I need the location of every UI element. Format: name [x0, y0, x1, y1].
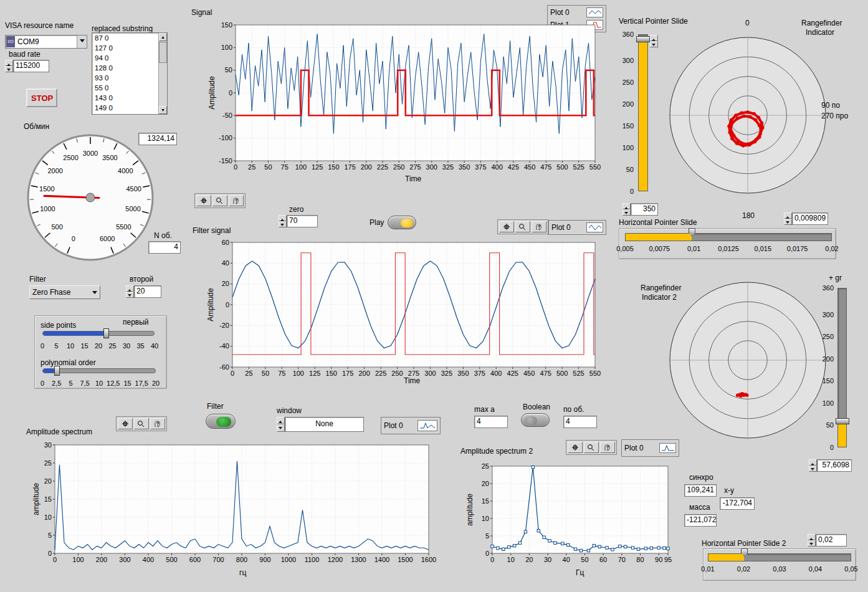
axis-tick-label: 0 — [229, 89, 232, 97]
play-toggle[interactable] — [388, 216, 416, 229]
gr-slider[interactable] — [837, 288, 847, 447]
pan-tool-button[interactable] — [532, 221, 546, 232]
visa-dropdown-button[interactable] — [77, 36, 87, 48]
legend-plot0-label[interactable]: Plot 0 — [384, 421, 403, 430]
list-item[interactable]: 55 0 — [92, 83, 167, 93]
vps-display[interactable]: 350 — [631, 203, 658, 216]
pan-tool-button[interactable] — [229, 195, 244, 206]
stop-button[interactable]: STOP — [26, 88, 57, 107]
zoom-tool-button[interactable] — [134, 418, 149, 429]
axis-tick-label: 300 — [426, 163, 437, 171]
vps-spinner[interactable] — [650, 35, 658, 47]
cursor-tool-button[interactable] — [499, 221, 514, 232]
horizontal-pointer-slide[interactable] — [625, 233, 832, 241]
zero-value[interactable]: 70 — [287, 215, 318, 227]
rpm-gauge[interactable]: 0500100015002000250030003500400045005000… — [25, 132, 156, 263]
cursor-tool-button[interactable] — [196, 195, 211, 206]
legend-plot0-label[interactable]: Plot 0 — [550, 8, 570, 17]
cursor-tool-button[interactable] — [568, 442, 583, 453]
rpm-digital-display[interactable]: 1324,14 — [138, 133, 177, 145]
gr-display[interactable]: 57,6098 — [817, 459, 852, 472]
vtoroy-label: второй — [130, 275, 153, 284]
gr-display-spinner[interactable] — [809, 459, 817, 472]
filter-plot-legend[interactable]: Plot 0 — [548, 220, 606, 235]
list-item[interactable]: 128 0 — [92, 63, 167, 73]
listbox-scrollbar[interactable]: ▲ ▼ — [158, 33, 167, 114]
vtoroy-value[interactable]: 20 — [134, 285, 161, 298]
vertical-pointer-slide[interactable] — [638, 34, 648, 191]
scroll-down-icon[interactable]: ▼ — [159, 106, 167, 114]
axis-tick-label: 50 — [581, 556, 588, 563]
filter-select-value: Zero Fhase — [32, 288, 70, 297]
zoom-tool-button[interactable] — [584, 442, 599, 453]
list-item[interactable]: 143 0 — [92, 93, 167, 103]
n-ob-display[interactable]: 4 — [148, 241, 181, 254]
slider-thumb[interactable] — [636, 36, 650, 42]
legend-plot0-label[interactable]: Plot 0 — [624, 444, 644, 452]
replaced-substring-listbox[interactable]: 87 0127 094 0128 093 055 0143 0149 0 ▲ ▼ — [92, 32, 168, 115]
gauge-tick-label: 5000 — [125, 205, 140, 212]
slider-tick-label: 360 — [622, 31, 634, 38]
baud-spinner[interactable] — [5, 60, 13, 72]
list-item[interactable]: 149 0 — [92, 103, 167, 113]
scrollbar-thumb[interactable] — [159, 42, 167, 63]
filter-select-dropdown[interactable]: Zero Fhase — [29, 285, 100, 299]
list-item[interactable]: 94 0 — [92, 53, 167, 63]
zoom-tool-button[interactable] — [212, 195, 227, 206]
hps-display[interactable]: 0,009809 — [792, 212, 828, 225]
scroll-up-icon[interactable]: ▲ — [159, 33, 167, 41]
vps-display-spinner[interactable] — [622, 203, 631, 216]
hps2-display-spinner[interactable] — [808, 534, 816, 547]
list-item[interactable]: 127 0 — [92, 43, 167, 53]
pan-tool-button[interactable] — [600, 442, 615, 453]
axis-tick-label: -60 — [219, 363, 229, 371]
spectrum-y-axis-label: amplitude — [32, 479, 41, 519]
boolean-toggle[interactable] — [521, 413, 550, 427]
slider-thumb[interactable] — [54, 366, 60, 376]
zoom-tool-button[interactable] — [515, 221, 530, 232]
signal-chart[interactable]: 0255075100125150175200225250275300325350… — [193, 16, 608, 189]
hps2-display[interactable]: 0,02 — [816, 534, 847, 547]
massa-display[interactable]: -121,072 — [684, 514, 717, 527]
slider-tick-label: 50 — [826, 421, 834, 429]
window-spinner[interactable] — [277, 417, 285, 432]
slider-thumb[interactable] — [103, 328, 109, 338]
axis-tick-label: 100 — [293, 370, 304, 377]
vtoroy-spinner[interactable] — [126, 285, 134, 298]
legend-plot0-label[interactable]: Plot 0 — [551, 223, 571, 232]
polynomial-order-slider[interactable] — [42, 368, 156, 373]
filter-toggle[interactable] — [206, 414, 236, 429]
slider-tick-label: 200 — [823, 355, 834, 363]
visa-resource-combo[interactable]: I/O COM9 — [5, 35, 87, 49]
list-item[interactable]: 93 0 — [92, 73, 167, 83]
gr-scale: 360300250200150100500 — [811, 288, 835, 447]
filter-toggle-label: Filter — [207, 402, 224, 411]
list-item[interactable]: 87 0 — [92, 33, 167, 43]
filter-signal-title: Filter signal — [193, 226, 231, 235]
max-a-value[interactable]: 4 — [474, 416, 508, 428]
horizontal-pointer-slide-2[interactable] — [708, 553, 851, 561]
side-points-slider[interactable] — [42, 331, 155, 336]
spectrum2-chart[interactable]: 0102030405060708090950510152025 — [460, 457, 680, 588]
axis-tick-label: 50 — [225, 66, 232, 74]
sinhro-display[interactable]: 109,241 — [684, 484, 717, 497]
polar-data-point — [757, 116, 761, 120]
spectrum-plot-legend[interactable]: Plot 0 — [381, 417, 441, 434]
filter-signal-chart[interactable]: 0255075100125150175200225250275300325350… — [193, 234, 608, 390]
baud-rate-value[interactable]: 115200 — [13, 60, 49, 72]
window-value[interactable]: None — [285, 417, 364, 432]
xy-display[interactable]: -172,704 — [720, 497, 755, 510]
axis-tick-label: 5 — [48, 532, 52, 539]
cursor-tool-button[interactable] — [118, 418, 133, 429]
spectrum-chart[interactable]: 0100200300400500600700800900100011001200… — [26, 436, 436, 590]
zero-spinner[interactable] — [279, 215, 287, 227]
axis-tick-label: 200 — [361, 163, 372, 171]
axis-tick-label: 0 — [231, 370, 234, 377]
po-ob-value[interactable]: 4 — [563, 416, 597, 428]
axis-tick-label: 800 — [236, 556, 247, 563]
hps-display-spinner[interactable] — [784, 212, 792, 225]
slider-tick-label: 7,5 — [80, 380, 90, 387]
slider-thumb[interactable] — [836, 418, 849, 424]
axis-tick-label: 1300 — [351, 556, 366, 563]
pan-tool-button[interactable] — [150, 418, 165, 429]
